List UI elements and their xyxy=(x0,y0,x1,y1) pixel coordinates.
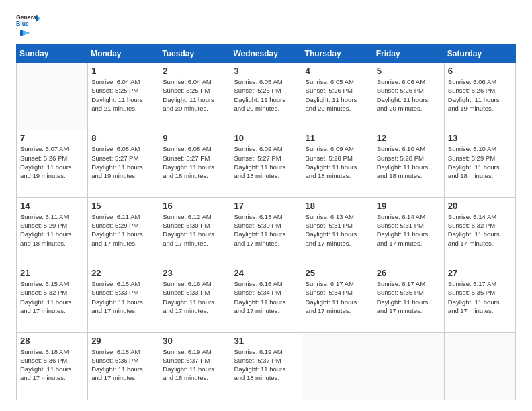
day-info: Sunrise: 6:09 AM Sunset: 5:27 PM Dayligh… xyxy=(234,144,298,180)
day-number: 6 xyxy=(448,66,512,76)
weekday-header: Tuesday xyxy=(159,45,230,63)
day-info: Sunrise: 6:11 AM Sunset: 5:29 PM Dayligh… xyxy=(20,212,84,248)
weekday-header: Thursday xyxy=(302,45,373,63)
day-number: 29 xyxy=(91,336,155,346)
day-info: Sunrise: 6:13 AM Sunset: 5:30 PM Dayligh… xyxy=(234,212,298,248)
day-info: Sunrise: 6:05 AM Sunset: 5:26 PM Dayligh… xyxy=(306,77,369,113)
calendar-week-row: 21Sunrise: 6:15 AM Sunset: 5:32 PM Dayli… xyxy=(17,265,516,332)
day-number: 16 xyxy=(163,201,226,211)
calendar-cell: 7Sunrise: 6:07 AM Sunset: 5:26 PM Daylig… xyxy=(17,130,88,197)
svg-marker-5 xyxy=(23,31,30,35)
calendar-header-row: SundayMondayTuesdayWednesdayThursdayFrid… xyxy=(17,45,516,63)
day-info: Sunrise: 6:06 AM Sunset: 5:26 PM Dayligh… xyxy=(377,77,441,113)
day-info: Sunrise: 6:17 AM Sunset: 5:35 PM Dayligh… xyxy=(448,279,512,315)
calendar-cell: 22Sunrise: 6:15 AM Sunset: 5:33 PM Dayli… xyxy=(88,265,159,332)
day-info: Sunrise: 6:14 AM Sunset: 5:31 PM Dayligh… xyxy=(377,212,441,248)
day-info: Sunrise: 6:11 AM Sunset: 5:29 PM Dayligh… xyxy=(91,212,155,248)
calendar-cell: 27Sunrise: 6:17 AM Sunset: 5:35 PM Dayli… xyxy=(444,265,515,332)
day-number: 11 xyxy=(306,133,369,143)
calendar-cell xyxy=(444,332,515,400)
calendar-cell: 6Sunrise: 6:06 AM Sunset: 5:26 PM Daylig… xyxy=(444,63,515,130)
calendar-week-row: 1Sunrise: 6:04 AM Sunset: 5:25 PM Daylig… xyxy=(17,63,516,130)
day-number: 14 xyxy=(20,201,84,211)
day-number: 9 xyxy=(163,133,226,143)
calendar-cell: 17Sunrise: 6:13 AM Sunset: 5:30 PM Dayli… xyxy=(230,197,302,265)
calendar-cell: 11Sunrise: 6:09 AM Sunset: 5:28 PM Dayli… xyxy=(302,130,373,197)
day-number: 21 xyxy=(20,268,84,278)
day-info: Sunrise: 6:10 AM Sunset: 5:28 PM Dayligh… xyxy=(377,144,441,180)
calendar-cell: 8Sunrise: 6:08 AM Sunset: 5:27 PM Daylig… xyxy=(88,130,159,197)
calendar-cell: 20Sunrise: 6:14 AM Sunset: 5:32 PM Dayli… xyxy=(444,197,515,265)
day-number: 10 xyxy=(234,133,298,143)
day-info: Sunrise: 6:16 AM Sunset: 5:33 PM Dayligh… xyxy=(163,279,226,315)
day-number: 27 xyxy=(448,268,512,278)
logo-icon: General Blue xyxy=(16,13,40,27)
day-number: 26 xyxy=(377,268,441,278)
calendar-cell: 24Sunrise: 6:16 AM Sunset: 5:34 PM Dayli… xyxy=(230,265,302,332)
day-info: Sunrise: 6:19 AM Sunset: 5:37 PM Dayligh… xyxy=(163,347,226,383)
calendar-cell: 12Sunrise: 6:10 AM Sunset: 5:28 PM Dayli… xyxy=(373,130,444,197)
day-number: 18 xyxy=(306,201,369,211)
calendar-cell: 10Sunrise: 6:09 AM Sunset: 5:27 PM Dayli… xyxy=(230,130,302,197)
logo-chevron-icon xyxy=(20,28,32,38)
day-number: 22 xyxy=(91,268,155,278)
day-info: Sunrise: 6:04 AM Sunset: 5:25 PM Dayligh… xyxy=(91,77,155,113)
svg-text:Blue: Blue xyxy=(16,20,29,27)
day-number: 20 xyxy=(448,201,512,211)
calendar-cell: 15Sunrise: 6:11 AM Sunset: 5:29 PM Dayli… xyxy=(88,197,159,265)
day-info: Sunrise: 6:07 AM Sunset: 5:26 PM Dayligh… xyxy=(20,144,84,180)
calendar-week-row: 7Sunrise: 6:07 AM Sunset: 5:26 PM Daylig… xyxy=(17,130,516,197)
day-info: Sunrise: 6:15 AM Sunset: 5:32 PM Dayligh… xyxy=(20,279,84,315)
calendar-cell: 28Sunrise: 6:18 AM Sunset: 5:36 PM Dayli… xyxy=(17,332,88,400)
day-number: 17 xyxy=(234,201,298,211)
day-number: 31 xyxy=(234,336,298,346)
calendar-cell: 4Sunrise: 6:05 AM Sunset: 5:26 PM Daylig… xyxy=(302,63,373,130)
weekday-header: Sunday xyxy=(17,45,88,63)
day-info: Sunrise: 6:18 AM Sunset: 5:36 PM Dayligh… xyxy=(91,347,155,383)
calendar-cell xyxy=(302,332,373,400)
svg-marker-3 xyxy=(38,17,40,20)
day-number: 25 xyxy=(306,268,369,278)
day-info: Sunrise: 6:12 AM Sunset: 5:30 PM Dayligh… xyxy=(163,212,226,248)
calendar-cell: 5Sunrise: 6:06 AM Sunset: 5:26 PM Daylig… xyxy=(373,63,444,130)
calendar-cell: 16Sunrise: 6:12 AM Sunset: 5:30 PM Dayli… xyxy=(159,197,230,265)
day-info: Sunrise: 6:14 AM Sunset: 5:32 PM Dayligh… xyxy=(448,212,512,248)
calendar-cell: 29Sunrise: 6:18 AM Sunset: 5:36 PM Dayli… xyxy=(88,332,159,400)
calendar-cell xyxy=(373,332,444,400)
weekday-header: Friday xyxy=(373,45,444,63)
calendar-week-row: 14Sunrise: 6:11 AM Sunset: 5:29 PM Dayli… xyxy=(17,197,516,265)
calendar-cell: 3Sunrise: 6:05 AM Sunset: 5:25 PM Daylig… xyxy=(230,63,302,130)
logo: General Blue xyxy=(16,13,40,38)
day-info: Sunrise: 6:17 AM Sunset: 5:35 PM Dayligh… xyxy=(377,279,441,315)
day-number: 7 xyxy=(20,133,84,143)
weekday-header: Wednesday xyxy=(230,45,302,63)
day-info: Sunrise: 6:10 AM Sunset: 5:29 PM Dayligh… xyxy=(448,144,512,180)
day-info: Sunrise: 6:04 AM Sunset: 5:25 PM Dayligh… xyxy=(163,77,226,113)
day-number: 2 xyxy=(163,66,226,76)
day-number: 13 xyxy=(448,133,512,143)
day-number: 12 xyxy=(377,133,441,143)
day-number: 24 xyxy=(234,268,298,278)
day-number: 3 xyxy=(234,66,298,76)
day-info: Sunrise: 6:19 AM Sunset: 5:37 PM Dayligh… xyxy=(234,347,298,383)
day-number: 8 xyxy=(91,133,155,143)
calendar-cell: 1Sunrise: 6:04 AM Sunset: 5:25 PM Daylig… xyxy=(88,63,159,130)
calendar-cell xyxy=(17,63,88,130)
calendar-table: SundayMondayTuesdayWednesdayThursdayFrid… xyxy=(16,44,516,400)
calendar-cell: 18Sunrise: 6:13 AM Sunset: 5:31 PM Dayli… xyxy=(302,197,373,265)
day-info: Sunrise: 6:15 AM Sunset: 5:33 PM Dayligh… xyxy=(91,279,155,315)
day-info: Sunrise: 6:05 AM Sunset: 5:25 PM Dayligh… xyxy=(234,77,298,113)
day-info: Sunrise: 6:09 AM Sunset: 5:28 PM Dayligh… xyxy=(306,144,369,180)
day-number: 28 xyxy=(20,336,84,346)
weekday-header: Saturday xyxy=(444,45,515,63)
calendar-week-row: 28Sunrise: 6:18 AM Sunset: 5:36 PM Dayli… xyxy=(17,332,516,400)
calendar-cell: 23Sunrise: 6:16 AM Sunset: 5:33 PM Dayli… xyxy=(159,265,230,332)
day-info: Sunrise: 6:08 AM Sunset: 5:27 PM Dayligh… xyxy=(163,144,226,180)
day-number: 19 xyxy=(377,201,441,211)
page: General Blue SundayMondayTuesdayWednesda… xyxy=(0,0,532,411)
day-info: Sunrise: 6:13 AM Sunset: 5:31 PM Dayligh… xyxy=(306,212,369,248)
calendar-cell: 14Sunrise: 6:11 AM Sunset: 5:29 PM Dayli… xyxy=(17,197,88,265)
calendar-cell: 19Sunrise: 6:14 AM Sunset: 5:31 PM Dayli… xyxy=(373,197,444,265)
day-info: Sunrise: 6:16 AM Sunset: 5:34 PM Dayligh… xyxy=(234,279,298,315)
day-number: 30 xyxy=(163,336,226,346)
